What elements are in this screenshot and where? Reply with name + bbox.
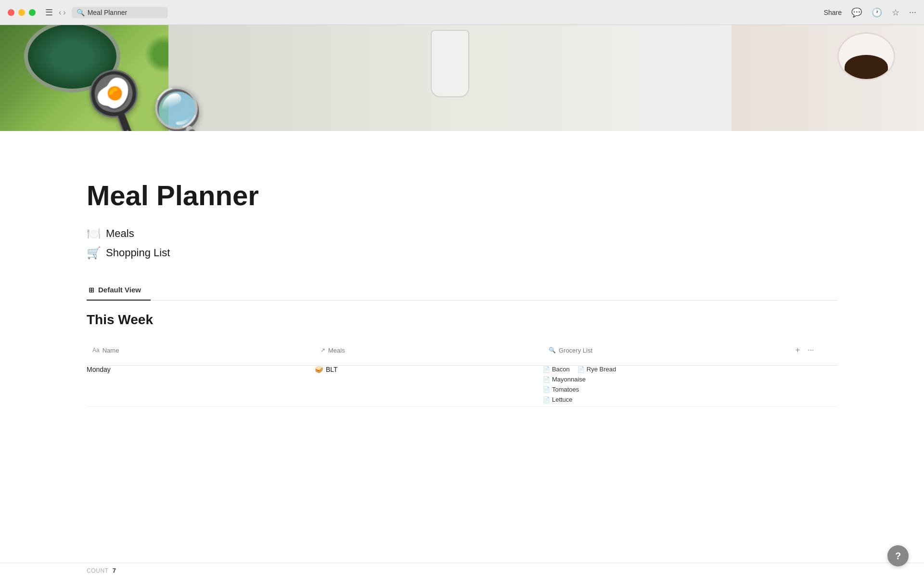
back-button[interactable]: ‹ [59,8,61,17]
col-actions-header: + ··· [789,340,832,360]
meal-emoji: 🥪 [315,366,323,373]
grocery-item-bacon: 📄 Bacon [543,366,570,373]
more-icon[interactable]: ··· [909,7,916,17]
grocery-item-tomatoes: 📄 Tomatoes [543,386,579,393]
hero-right-panel [732,25,924,131]
text-icon: Aa [92,347,100,354]
history-icon[interactable]: 🕐 [872,7,882,18]
spice-content [845,55,888,79]
shopping-list-link[interactable]: 🛒 Shopping List [87,245,837,261]
grocery-inline-row: 📄 Bacon 📄 Rye Bread [543,366,783,373]
title-bar: ☰ ‹ › 🔍 Meal Planner Share 💬 🕐 ☆ ··· [0,0,924,25]
tabs-bar: ⊞ Default View [87,280,837,301]
grocery-label-lettuce: Lettuce [552,396,573,403]
meals-link-label: Meals [106,227,134,240]
title-bar-actions: Share 💬 🕐 ☆ ··· [824,7,916,18]
meals-link[interactable]: 🍽️ Meals [87,226,837,241]
doc-icon-2: 📄 [578,366,585,373]
grocery-item-lettuce: 📄 Lettuce [543,396,573,403]
col-header-name: Aa Name [92,347,309,354]
count-label: COUNT [87,567,109,574]
page-title: Meal Planner [87,179,837,211]
forward-button[interactable]: › [63,8,65,17]
grocery-item-rye-bread: 📄 Rye Bread [578,366,616,373]
table-icon: ⊞ [89,286,94,294]
maximize-button[interactable] [29,9,36,16]
hero-center-panel [168,25,732,131]
milk-jug [431,30,469,97]
search-bar[interactable]: 🔍 Meal Planner [72,7,168,18]
bookmark-icon[interactable]: ☆ [892,7,899,18]
meal-item: 🥪 BLT [315,366,543,373]
traffic-lights [8,9,36,16]
count-value: 7 [113,567,116,574]
relation-icon: ↗ [321,347,325,354]
spice-bowl [837,32,895,80]
col-header-grocery: 🔍 Grocery List [549,347,777,354]
grocery-label-tomatoes: Tomatoes [552,386,579,393]
nav-arrows: ‹ › [59,8,66,17]
search-text: Meal Planner [88,9,128,16]
meal-label: BLT [326,366,338,373]
grocery-row-lettuce: 📄 Lettuce [543,396,783,403]
shopping-cart-icon: 🛒 [87,246,101,260]
help-label: ? [895,551,901,562]
table-row: Monday 🥪 BLT 📄 Bacon [87,366,837,407]
grocery-row-mayo: 📄 Mayonnaise [543,376,783,383]
add-column-button[interactable]: + [795,345,801,355]
menu-icon[interactable]: ☰ [45,7,53,18]
help-button[interactable]: ? [887,545,909,566]
more-columns-button[interactable]: ··· [807,345,815,355]
row-name: Monday [87,366,111,373]
comment-icon[interactable]: 💬 [851,7,862,18]
main-content: 🍳🔍 Meal Planner 🍽️ Meals 🛒 Shopping List… [0,25,924,578]
share-button[interactable]: Share [824,9,842,16]
tab-default-view[interactable]: ⊞ Default View [87,280,151,301]
doc-icon: 📄 [543,366,550,373]
search-icon: 🔍 [77,9,85,16]
doc-icon-4: 📄 [543,386,550,393]
col-meals-label: Meals [328,347,345,354]
doc-icon-3: 📄 [543,376,550,383]
col-header-meals: ↗ Meals [321,347,537,354]
minimize-button[interactable] [18,9,25,16]
data-table: Aa Name ↗ Meals 🔍 Grocery List [87,335,837,407]
section-title: This Week [87,312,837,328]
page-content: Meal Planner 🍽️ Meals 🛒 Shopping List ⊞ … [0,131,924,563]
grocery-label-rye-bread: Rye Bread [587,366,616,373]
search-col-icon: 🔍 [549,347,556,354]
col-grocery-label: Grocery List [559,347,592,354]
col-name-label: Name [103,347,119,354]
grocery-item-mayo: 📄 Mayonnaise [543,376,586,383]
meals-icon: 🍽️ [87,227,101,240]
hero-banner: 🍳🔍 [0,25,924,131]
grocery-label-mayo: Mayonnaise [552,376,586,383]
bottom-bar: COUNT 7 [0,563,924,578]
doc-icon-5: 📄 [543,396,550,403]
grocery-label-bacon: Bacon [552,366,570,373]
shopping-list-link-label: Shopping List [106,247,170,259]
page-links: 🍽️ Meals 🛒 Shopping List [87,226,837,261]
tab-label: Default View [98,286,141,294]
grocery-row-tomatoes: 📄 Tomatoes [543,386,783,393]
close-button[interactable] [8,9,14,16]
